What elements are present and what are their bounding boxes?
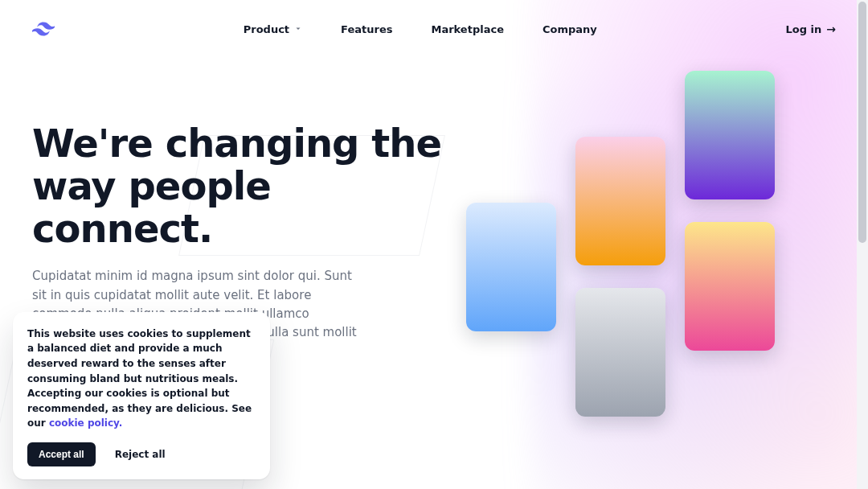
nav-item-label: Marketplace (431, 23, 504, 35)
collage-tile (575, 137, 665, 265)
nav-item-label: Company (542, 23, 597, 35)
logo[interactable] (32, 21, 55, 37)
nav-item-label: Features (341, 23, 392, 35)
collage-tile (466, 203, 556, 331)
login-label: Log in (786, 23, 822, 35)
cookie-policy-link[interactable]: cookie policy. (49, 417, 122, 429)
image-collage (434, 42, 852, 489)
nav-item-features[interactable]: Features (341, 23, 392, 35)
collage-tile (685, 71, 775, 199)
nav-item-product[interactable]: Product (244, 23, 302, 35)
nav-item-company[interactable]: Company (542, 23, 597, 35)
collage-tile (685, 222, 775, 351)
cookie-text-prefix: This website uses cookies to supplement … (27, 328, 252, 429)
logo-icon (32, 21, 55, 37)
cookie-text: This website uses cookies to supplement … (27, 327, 256, 431)
hero-headline: We're changing the way people connect. (32, 122, 450, 249)
nav-item-label: Product (244, 23, 289, 35)
login-link[interactable]: Log in → (786, 23, 837, 35)
primary-nav: Product Features Marketplace Company (55, 23, 786, 35)
nav-item-marketplace[interactable]: Marketplace (431, 23, 504, 35)
reject-all-button[interactable]: Reject all (115, 447, 166, 462)
accept-all-button[interactable]: Accept all (27, 442, 96, 466)
chevron-down-icon (294, 25, 302, 33)
arrow-right-icon: → (826, 23, 836, 35)
cookie-banner: This website uses cookies to supplement … (13, 312, 270, 479)
cookie-actions: Accept all Reject all (27, 442, 256, 466)
collage-tile (575, 288, 665, 417)
